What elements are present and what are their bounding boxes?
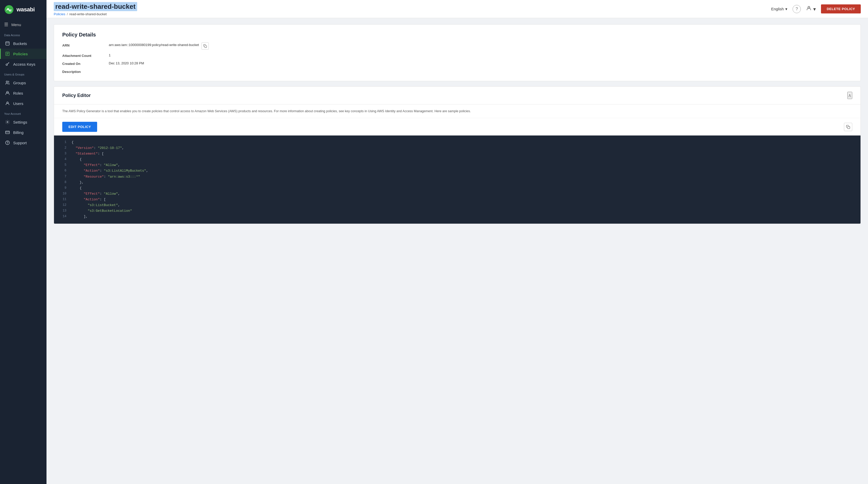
sidebar-item-billing[interactable]: Billing <box>0 127 46 138</box>
settings-icon <box>5 119 10 124</box>
user-icon <box>806 5 812 12</box>
arn-copy-button[interactable] <box>202 42 209 50</box>
arn-label: ARN <box>62 43 109 50</box>
roles-icon <box>5 90 10 96</box>
policy-details-table: ARN arn:aws:iam::100000080199:policy/rea… <box>62 43 852 74</box>
sidebar-item-access-keys[interactable]: Access Keys <box>0 59 46 69</box>
code-line-10: 10 "Effect": "Allow", <box>54 191 861 197</box>
code-line-5: 5 "Effect": "Allow", <box>54 162 861 168</box>
attachment-count-label: Attachment Count <box>62 53 109 58</box>
users-icon <box>5 101 10 106</box>
breadcrumb-current: read-write-shared-bucket <box>69 12 107 16</box>
language-selector[interactable]: English ▾ <box>771 7 787 11</box>
breadcrumb-policies-link[interactable]: Policies <box>54 12 65 16</box>
code-line-13: 13 "s3:GetBucketLocation" <box>54 208 861 214</box>
code-line-2: 2 "Version": "2012-10-17", <box>54 145 861 151</box>
section-label-data-access: Data Access <box>0 30 46 38</box>
help-button[interactable]: ? <box>793 5 801 13</box>
topbar-left: read-write-shared-bucket Policies / read… <box>54 2 137 16</box>
chevron-down-icon: ▾ <box>785 7 787 11</box>
policy-details-card: Policy Details ARN arn:aws:iam::10000008… <box>54 24 861 81</box>
svg-point-15 <box>7 143 8 144</box>
topbar-right: English ▾ ? ▾ DELETE POLICY <box>771 4 861 13</box>
page-title: read-write-shared-bucket <box>54 2 137 11</box>
code-line-12: 12 "s3:ListBucket", <box>54 202 861 208</box>
svg-point-8 <box>6 81 8 83</box>
sidebar-item-users[interactable]: Users <box>0 98 46 109</box>
section-label-your-account: Your Account <box>0 109 46 117</box>
editor-description: The AWS Policy Generator is a tool that … <box>54 105 861 118</box>
sidebar: wasabi ☰ Menu Data Access Buckets Polici… <box>0 0 46 484</box>
copy-policy-button[interactable] <box>844 123 852 131</box>
editor-header: Policy Editor ∧ <box>54 87 861 105</box>
logo-text: wasabi <box>17 6 35 13</box>
svg-point-11 <box>7 121 8 123</box>
sidebar-item-groups[interactable]: Groups <box>0 78 46 88</box>
policy-editor-card: Policy Editor ∧ The AWS Policy Generator… <box>54 86 861 224</box>
description-label: Description <box>62 69 109 74</box>
hamburger-icon: ☰ <box>4 22 8 27</box>
description-value <box>109 69 852 74</box>
chevron-down-icon-user: ▾ <box>813 6 816 12</box>
code-line-14: 14 ], <box>54 214 861 220</box>
billing-icon <box>5 130 10 135</box>
groups-icon <box>5 80 10 85</box>
created-on-value: Dec 13, 2020 10:28 PM <box>109 61 852 66</box>
code-line-6: 6 "Action": "s3:ListAllMyBuckets", <box>54 168 861 174</box>
editor-toolbar: EDIT POLICY <box>54 118 861 136</box>
svg-rect-12 <box>6 131 9 134</box>
created-on-label: Created On <box>62 61 109 66</box>
code-line-7: 7 "Resource": "arn:aws:s3:::*" <box>54 174 861 180</box>
arn-value-row: arn:aws:iam::100000080199:policy/read-wr… <box>109 43 852 50</box>
sidebar-item-roles[interactable]: Roles <box>0 88 46 98</box>
main-content: read-write-shared-bucket Policies / read… <box>46 0 868 484</box>
copy-editor-icon <box>846 125 850 129</box>
breadcrumb: Policies / read-write-shared-bucket <box>54 12 137 16</box>
svg-rect-1 <box>6 41 9 45</box>
editor-title: Policy Editor <box>62 93 91 98</box>
sidebar-item-policies[interactable]: Policies <box>0 49 46 59</box>
svg-rect-17 <box>205 46 207 48</box>
section-label-users-groups: Users & Groups <box>0 69 46 78</box>
keys-icon <box>5 61 10 67</box>
topbar: read-write-shared-bucket Policies / read… <box>46 0 868 18</box>
code-line-9: 9 { <box>54 186 861 191</box>
svg-point-7 <box>6 64 7 65</box>
policy-code-block: 1 { 2 "Version": "2012-10-17", 3 "Statem… <box>54 136 861 224</box>
help-icon: ? <box>796 7 798 11</box>
sidebar-item-support[interactable]: Support <box>0 138 46 148</box>
code-line-4: 4 { <box>54 157 861 162</box>
collapse-editor-button[interactable]: ∧ <box>847 92 852 99</box>
breadcrumb-separator: / <box>67 12 68 16</box>
policies-icon <box>5 51 10 56</box>
svg-rect-18 <box>847 126 850 129</box>
code-line-1: 1 { <box>54 140 861 145</box>
sidebar-item-buckets[interactable]: Buckets <box>0 38 46 49</box>
menu-button[interactable]: ☰ Menu <box>0 19 46 30</box>
policy-details-title: Policy Details <box>62 32 852 38</box>
sidebar-item-settings[interactable]: Settings <box>0 117 46 127</box>
copy-icon <box>203 44 207 48</box>
support-icon <box>5 140 10 145</box>
edit-policy-button[interactable]: EDIT POLICY <box>62 122 97 132</box>
user-menu-button[interactable]: ▾ <box>806 5 816 12</box>
code-line-11: 11 "Action": [ <box>54 197 861 202</box>
code-line-3: 3 "Statement": [ <box>54 151 861 157</box>
arn-value: arn:aws:iam::100000080199:policy/read-wr… <box>109 43 199 47</box>
content-area: Policy Details ARN arn:aws:iam::10000008… <box>46 18 868 484</box>
bucket-icon <box>5 41 10 46</box>
wasabi-logo-icon <box>4 5 14 15</box>
code-line-8: 8 }, <box>54 180 861 186</box>
logo: wasabi <box>0 0 46 19</box>
attachment-count-value: 1 <box>109 53 852 58</box>
delete-policy-button[interactable]: DELETE POLICY <box>821 4 861 13</box>
